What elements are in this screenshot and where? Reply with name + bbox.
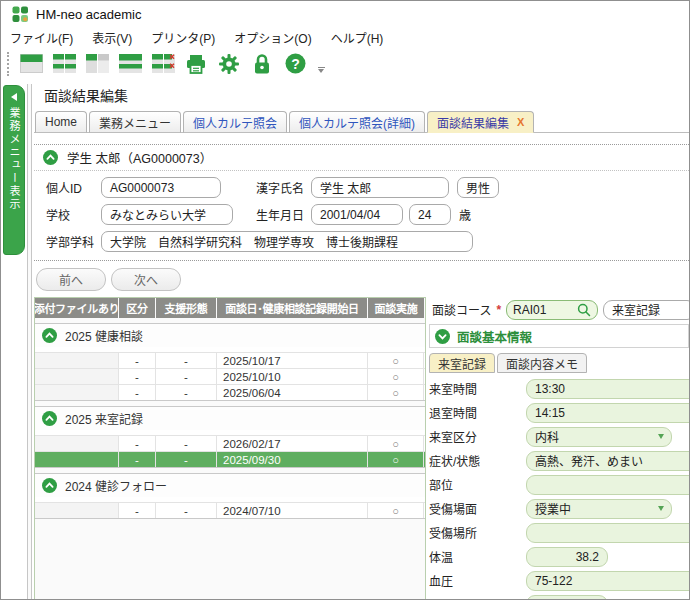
- detail-fields: 来室時間 退室時間 来室区分 内科: [429, 378, 689, 599]
- person-id-label: 個人ID: [46, 179, 101, 196]
- group-label: 2024 健診フォロー: [65, 477, 167, 494]
- window-title: HM-neo academic: [36, 7, 142, 22]
- col-interview-date: 面談日･健康相談記録開始日: [217, 298, 367, 318]
- group-label: 2025 来室記録: [65, 410, 143, 427]
- menu-options[interactable]: オプション(O): [234, 29, 311, 46]
- collapse-up-icon: [43, 150, 58, 165]
- blood-pressure-input[interactable]: [526, 571, 689, 591]
- table-row[interactable]: - - 2025/10/17 ○: [35, 352, 425, 368]
- symptom-input[interactable]: [526, 451, 689, 471]
- layout-single-icon[interactable]: [18, 51, 44, 77]
- table-row[interactable]: - - 2025/06/04 ○: [35, 384, 425, 400]
- required-mark: *: [496, 303, 501, 317]
- toolbar: ?: [1, 48, 689, 79]
- tab-kojin-karte-detail[interactable]: 個人カルテ照会(詳細): [289, 111, 425, 133]
- help-icon[interactable]: ?: [282, 51, 308, 77]
- lock-icon[interactable]: [249, 51, 275, 77]
- student-name-title: 学生 太郎（AG0000073）: [67, 148, 212, 167]
- previous-button[interactable]: 前へ: [36, 268, 106, 291]
- layout-rows-icon[interactable]: [117, 51, 143, 77]
- tab-close-icon[interactable]: X: [517, 116, 524, 128]
- basic-info-title: 面談基本情報: [457, 327, 532, 346]
- toolbar-overflow-icon[interactable]: [316, 55, 326, 73]
- visit-category-label: 来室区分: [429, 428, 526, 445]
- age-field[interactable]: 24: [409, 204, 451, 225]
- main-content: 面談結果編集 Home 業務メニュー 個人カルテ照会 個人カルテ照会(詳細) 面…: [34, 79, 689, 599]
- gender-field[interactable]: 男性: [457, 177, 499, 198]
- birthdate-field[interactable]: 2001/04/04: [311, 204, 403, 225]
- group-2024-kenshin-follow: 2024 健診フォロー - - 2024/07/10 ○: [35, 473, 425, 519]
- departure-time-label: 退室時間: [429, 404, 526, 421]
- tab-bar: Home 業務メニュー 個人カルテ照会 個人カルテ照会(詳細) 面談結果編集 X: [34, 109, 689, 133]
- subtab-raishitsu-kiroku[interactable]: 来室記録: [429, 353, 495, 373]
- tab-mendan-kekka-active[interactable]: 面談結果編集 X: [427, 111, 534, 133]
- menu-help[interactable]: ヘルプ(H): [331, 29, 384, 46]
- tab-gyomu-menu[interactable]: 業務メニュー: [89, 111, 181, 133]
- injury-place-input[interactable]: [526, 523, 689, 543]
- kanji-name-field[interactable]: 学生 太郎: [311, 177, 449, 198]
- student-panel: 学生 太郎（AG0000073） 個人ID AG0000073 漢字氏名 学生 …: [34, 144, 689, 261]
- col-attachment: 添付ファイルあり: [35, 298, 118, 318]
- body-weight-input[interactable]: [526, 595, 608, 600]
- student-fields: 個人ID AG0000073 漢字氏名 学生 太郎 男性 学校 みなとみらい大学…: [34, 171, 689, 260]
- group-2025-raishitsu-kiroku: 2025 来室記録 - - 2026/02/17 ○: [35, 406, 425, 468]
- menu-printer[interactable]: プリンタ(P): [151, 29, 215, 46]
- injury-place-label: 受傷場所: [429, 524, 526, 541]
- collapse-down-icon: [435, 329, 450, 344]
- course-name-field: 来室記録: [603, 300, 689, 320]
- table-row-selected[interactable]: - - 2025/09/30 ○: [35, 451, 425, 467]
- toolbar-grip-handle[interactable]: [7, 52, 9, 76]
- body-temperature-input[interactable]: [526, 547, 608, 567]
- school-field[interactable]: みなとみらい大学: [101, 204, 233, 225]
- grid-header: 添付ファイルあり 区分 支援形態 面談日･健康相談記録開始日 面談実施: [35, 298, 425, 318]
- collapse-up-icon: [42, 478, 57, 493]
- record-nav: 前へ 次へ: [36, 268, 689, 291]
- col-category: 区分: [119, 298, 155, 318]
- group-header[interactable]: 2024 健診フォロー: [35, 474, 425, 497]
- svg-text:?: ?: [291, 56, 300, 72]
- tab-kojin-karte[interactable]: 個人カルテ照会: [183, 111, 287, 133]
- injury-scene-select[interactable]: 授業中: [526, 499, 672, 519]
- application-window: HM-neo academic ファイル(F) 表示(V) プリンタ(P) オプ…: [0, 0, 690, 600]
- search-icon[interactable]: [577, 303, 591, 317]
- course-label: 面談コース: [432, 301, 491, 318]
- menu-file[interactable]: ファイル(F): [10, 29, 73, 46]
- visit-category-select[interactable]: 内科: [526, 427, 672, 447]
- layout-two-column-icon[interactable]: [51, 51, 77, 77]
- layout-split-icon[interactable]: [84, 51, 110, 77]
- group-header[interactable]: 2025 健康相談: [35, 324, 425, 347]
- sidebar-tab-label: 業務メニュー表示: [6, 107, 22, 211]
- table-row[interactable]: - - 2024/07/10 ○: [35, 502, 425, 518]
- subtab-mendan-memo[interactable]: 面談内容メモ: [497, 353, 587, 373]
- basic-info-section-header[interactable]: 面談基本情報: [429, 324, 689, 348]
- course-row: 面談コース * RAI01 来室記録: [428, 297, 689, 322]
- menu-view[interactable]: 表示(V): [92, 29, 132, 46]
- split-area: 添付ファイルあり 区分 支援形態 面談日･健康相談記録開始日 面談実施 2025…: [34, 297, 689, 599]
- table-row[interactable]: - - 2025/10/10 ○: [35, 368, 425, 384]
- workspace: 業務メニュー表示 面談結果編集 Home 業務メニュー 個人カルテ照会 個人カル…: [1, 79, 689, 599]
- body-part-input[interactable]: [526, 475, 689, 495]
- department-field[interactable]: 大学院 自然科学研究科 物理学専攻 博士後期課程: [101, 231, 473, 252]
- collapse-up-icon: [42, 411, 57, 426]
- departure-time-input[interactable]: [526, 403, 689, 423]
- interview-list-panel: 添付ファイルあり 区分 支援形態 面談日･健康相談記録開始日 面談実施 2025…: [34, 297, 426, 599]
- app-logo-icon: [11, 5, 29, 23]
- settings-gear-icon[interactable]: [216, 51, 242, 77]
- arrival-time-input[interactable]: [526, 379, 689, 399]
- student-panel-header[interactable]: 学生 太郎（AG0000073）: [34, 145, 689, 171]
- injury-scene-label: 受傷場面: [429, 500, 526, 517]
- sidebar-collapsed-tab[interactable]: 業務メニュー表示: [3, 85, 25, 255]
- department-label: 学部学科: [46, 233, 101, 250]
- table-row[interactable]: - - 2026/02/17 ○: [35, 435, 425, 451]
- next-button[interactable]: 次へ: [111, 268, 181, 291]
- print-icon[interactable]: [183, 51, 209, 77]
- person-id-field[interactable]: AG0000073: [101, 177, 221, 198]
- tab-home[interactable]: Home: [35, 111, 87, 133]
- blood-pressure-label: 血圧: [429, 572, 526, 589]
- page-title: 面談結果編集: [44, 85, 689, 105]
- col-support-type: 支援形態: [156, 298, 216, 318]
- group-header[interactable]: 2025 来室記録: [35, 407, 425, 430]
- title-bar: HM-neo academic: [1, 1, 689, 27]
- course-code-field[interactable]: RAI01: [506, 300, 598, 320]
- layout-grid-close-icon[interactable]: [150, 51, 176, 77]
